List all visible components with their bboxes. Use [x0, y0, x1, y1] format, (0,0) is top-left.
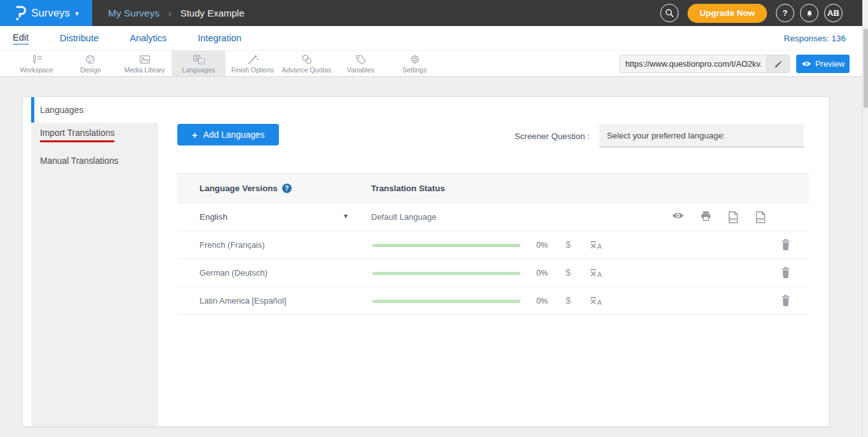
printer-icon — [700, 211, 712, 222]
tab-integration[interactable]: Integration — [198, 33, 241, 43]
delete-language-button[interactable] — [781, 239, 790, 253]
export-pdf-button[interactable]: PDF — [755, 211, 766, 226]
svg-text:A: A — [597, 299, 602, 306]
eye-icon — [672, 212, 684, 220]
sidebar-item-import-translations[interactable]: Import Translations — [31, 123, 158, 148]
col-language-versions: Language Versions ? — [200, 184, 292, 193]
import-translations-label: Import Translations — [40, 128, 114, 142]
paid-translation-button[interactable]: $ — [566, 239, 571, 250]
table-row-latin-america: Latin America [Español] 0% $ A — [177, 287, 809, 315]
table-row-french: French (Français) 0% $ A — [177, 231, 809, 259]
questionpro-logo — [13, 6, 26, 21]
toolbar-item-languages[interactable]: A Languages — [172, 51, 226, 76]
screener-question-select[interactable]: Select your preferred language: — [599, 124, 804, 147]
responses-count[interactable]: Responses: 136 — [783, 34, 846, 43]
edit-url-button[interactable] — [766, 55, 789, 72]
toolbar-item-design[interactable]: Design — [64, 51, 118, 76]
svg-text:PDF: PDF — [757, 217, 764, 221]
page-scrollbar[interactable] — [862, 0, 868, 437]
notifications-button[interactable] — [800, 4, 818, 22]
paid-translation-button[interactable]: $ — [566, 267, 571, 278]
language-versions-table: Language Versions ? Translation Status E… — [177, 173, 809, 315]
breadcrumb: My Surveys › Study Example — [108, 8, 245, 19]
languages-card: Languages Import Translations Manual Tra… — [22, 97, 829, 427]
languages-icon: A — [192, 54, 206, 65]
finish-options-icon — [246, 54, 260, 65]
tab-analytics[interactable]: Analytics — [130, 33, 166, 43]
breadcrumb-current-survey: Study Example — [180, 8, 245, 18]
paid-translation-button[interactable]: $ — [566, 295, 571, 306]
product-switcher[interactable]: Surveys ▾ — [0, 0, 92, 26]
languages-main: + Add Languages Screener Question : Sele… — [158, 97, 822, 426]
breadcrumb-my-surveys[interactable]: My Surveys — [108, 8, 159, 19]
design-icon — [84, 54, 98, 65]
table-row-german: German (Deutsch) 0% $ A — [177, 259, 809, 287]
delete-language-button[interactable] — [781, 295, 790, 309]
preview-button[interactable]: Preview — [796, 55, 850, 73]
toolbar-item-finish-options[interactable]: Finish Options — [226, 51, 280, 76]
auto-translate-button[interactable]: A — [589, 295, 603, 309]
auto-translate-button[interactable]: A — [589, 267, 603, 281]
toolbar-item-settings[interactable]: Settings — [388, 51, 442, 76]
breadcrumb-separator: › — [168, 8, 172, 18]
translate-icon: A — [589, 295, 603, 306]
doc-file-icon: DOC — [728, 211, 739, 224]
col-translation-status: Translation Status — [371, 184, 445, 193]
toolbar-item-media-library[interactable]: Media Library — [118, 51, 172, 76]
workspace-icon — [30, 54, 44, 65]
page-background: Languages Import Translations Manual Tra… — [0, 77, 868, 437]
progress-percent: 0% — [536, 297, 548, 306]
media-library-icon — [138, 54, 152, 65]
svg-text:A: A — [200, 58, 203, 63]
default-row-actions: DOC PDF — [672, 211, 766, 226]
advance-quotas-icon — [300, 54, 314, 65]
table-row-default-language: English ▾ Default Language DOC PDF — [177, 203, 809, 231]
screener-question-label: Screener Question : — [515, 131, 590, 141]
progress-percent: 0% — [536, 269, 548, 278]
svg-text:A: A — [597, 243, 602, 250]
export-doc-button[interactable]: DOC — [728, 211, 739, 226]
help-circle-icon[interactable]: ? — [282, 184, 292, 193]
trash-icon — [781, 239, 790, 250]
avatar[interactable]: AB — [824, 4, 843, 22]
add-languages-button[interactable]: + Add Languages — [177, 124, 279, 145]
toolbar-item-advance-quotas[interactable]: Advance Quotas — [280, 51, 334, 76]
settings-icon — [408, 54, 422, 65]
scrollbar-thumb[interactable] — [864, 29, 868, 108]
svg-text:DOC: DOC — [729, 217, 737, 221]
survey-section-nav: Edit Distribute Analytics Integration Re… — [0, 26, 868, 51]
progress-bar — [372, 300, 520, 303]
translate-icon: A — [589, 267, 603, 278]
trash-icon — [781, 295, 790, 306]
tab-distribute[interactable]: Distribute — [60, 33, 98, 43]
toolbar-item-workspace[interactable]: Workspace — [10, 51, 64, 76]
upgrade-now-button[interactable]: Upgrade Now — [688, 4, 767, 23]
sidebar-item-languages[interactable]: Languages — [31, 97, 158, 123]
survey-url-input[interactable] — [620, 55, 766, 72]
topbar: Surveys ▾ My Surveys › Study Example Upg… — [0, 0, 868, 26]
eye-icon — [801, 60, 811, 67]
delete-language-button[interactable] — [781, 267, 790, 281]
product-name: Surveys — [31, 7, 70, 19]
auto-translate-button[interactable]: A — [589, 239, 603, 253]
toolbar-item-variables[interactable]: Variables — [334, 51, 388, 76]
sidebar-item-manual-translations[interactable]: Manual Translations — [31, 148, 158, 173]
progress-bar — [372, 272, 520, 275]
progress-bar — [372, 244, 520, 247]
tab-edit[interactable]: Edit — [13, 32, 29, 44]
search-button[interactable] — [660, 4, 679, 22]
svg-text:A: A — [597, 271, 602, 278]
help-button[interactable]: ? — [776, 4, 794, 22]
view-button[interactable] — [672, 211, 684, 226]
plus-icon: + — [192, 130, 198, 140]
table-header-row: Language Versions ? Translation Status — [177, 174, 809, 203]
chevron-down-icon[interactable]: ▾ — [344, 212, 348, 220]
pencil-icon — [774, 60, 783, 69]
search-icon — [665, 8, 674, 18]
question-mark-icon: ? — [783, 8, 788, 18]
variables-icon — [354, 54, 368, 65]
edit-toolbar: Workspace Design Media Library A Languag… — [0, 51, 868, 77]
translate-icon: A — [589, 239, 603, 250]
print-button[interactable] — [700, 211, 712, 226]
default-language-select[interactable]: English — [200, 212, 227, 222]
